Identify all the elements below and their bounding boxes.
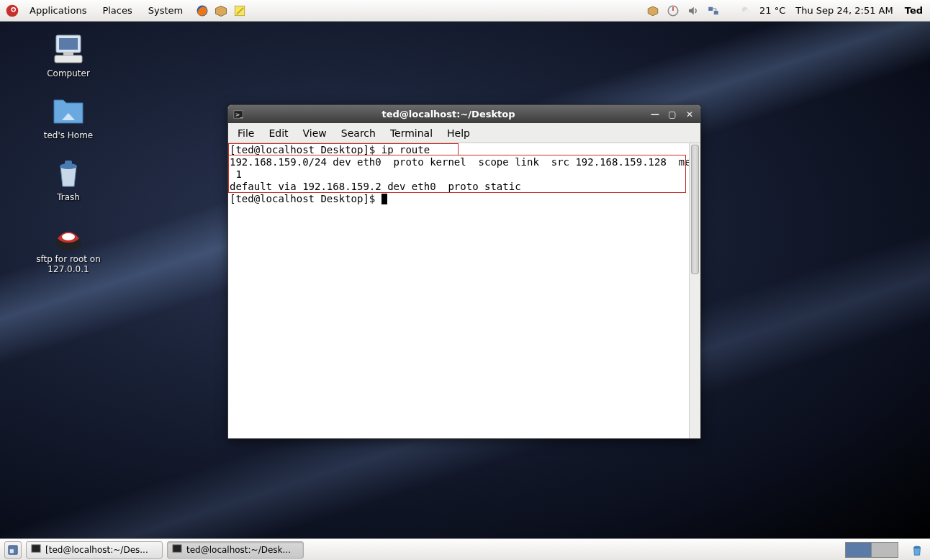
svg-point-2	[12, 8, 15, 11]
update-tray-icon[interactable]	[646, 4, 660, 18]
menu-view[interactable]: View	[297, 125, 333, 141]
svg-rect-21	[10, 549, 14, 553]
user-menu[interactable]: Ted	[905, 5, 923, 16]
terminal-output[interactable]: [ted@localhost Desktop]$ ip route 192.16…	[228, 143, 689, 438]
svg-text:>_: >_	[235, 111, 243, 117]
window-title: ted@localhost:~/Desktop	[248, 109, 649, 119]
menu-help[interactable]: Help	[441, 125, 477, 141]
terminal-task-icon	[31, 543, 41, 556]
menu-system[interactable]: System	[142, 3, 189, 18]
menubar: File Edit View Search Terminal Help	[228, 123, 700, 143]
svg-rect-22	[32, 545, 40, 553]
output-line: 1	[230, 168, 248, 180]
weather-text[interactable]: 21 °C	[759, 5, 785, 16]
top-panel: Applications Places System 21 °C Thu S	[0, 0, 930, 22]
volume-tray-icon[interactable]	[686, 4, 700, 18]
svg-point-9	[744, 9, 751, 14]
notes-launcher-icon[interactable]	[232, 4, 247, 18]
taskbar-item-label: [ted@localhost:~/Des...	[45, 545, 148, 555]
menu-file[interactable]: File	[231, 125, 261, 141]
desktop-icon-home[interactable]: ted's Home	[14, 94, 122, 140]
sftp-icon	[50, 218, 86, 251]
scrollbar-thumb[interactable]	[691, 145, 699, 274]
taskbar-item-1[interactable]: [ted@localhost:~/Des...	[26, 541, 163, 559]
svg-rect-13	[55, 55, 82, 63]
desktop-icon-label: ted's Home	[44, 130, 94, 140]
terminal-window: >_ ted@localhost:~/Desktop — ▢ ✕ File Ed…	[227, 104, 701, 439]
desktop-icon-sftp[interactable]: sftp for root on 127.0.0.1	[14, 218, 122, 274]
menu-terminal[interactable]: Terminal	[384, 125, 439, 141]
svg-rect-6	[708, 6, 713, 10]
desktop-icon-label: sftp for root on 127.0.0.1	[14, 254, 122, 274]
bottom-panel: [ted@localhost:~/Des... ted@localhost:~/…	[0, 538, 930, 560]
desktop-icon-computer[interactable]: Computer	[14, 32, 122, 78]
menu-applications[interactable]: Applications	[23, 3, 93, 18]
show-desktop-button[interactable]	[4, 541, 22, 559]
prompt: [ted@localhost Desktop]$	[230, 144, 382, 155]
firefox-launcher-icon[interactable]	[195, 4, 209, 18]
trash-applet[interactable]	[908, 541, 926, 559]
taskbar-item-label: ted@localhost:~/Desk...	[186, 545, 291, 555]
package-launcher-icon[interactable]	[214, 4, 228, 18]
trash-icon	[50, 156, 86, 189]
menu-places[interactable]: Places	[96, 3, 138, 18]
network-tray-icon[interactable]	[706, 4, 721, 18]
prompt: [ted@localhost Desktop]$	[230, 193, 382, 204]
svg-rect-7	[714, 11, 718, 14]
menu-edit[interactable]: Edit	[262, 125, 294, 141]
distro-icon[interactable]	[4, 3, 20, 19]
desktop-icons-container: Computer ted's Home Trash sftp for root …	[14, 32, 122, 274]
desktop-icon-trash[interactable]: Trash	[14, 156, 122, 202]
svg-point-24	[914, 546, 921, 548]
workspace-1[interactable]	[846, 543, 872, 557]
titlebar[interactable]: >_ ted@localhost:~/Desktop — ▢ ✕	[228, 105, 700, 123]
terminal-task-icon	[172, 543, 182, 556]
close-button[interactable]: ✕	[683, 109, 696, 120]
computer-icon	[50, 32, 86, 66]
workspace-2[interactable]	[872, 543, 898, 557]
desktop[interactable]: Computer ted's Home Trash sftp for root …	[0, 22, 930, 538]
home-folder-icon	[50, 94, 86, 127]
output-line: default via 192.168.159.2 dev eth0 proto…	[230, 181, 527, 192]
desktop-icon-label: Computer	[47, 68, 90, 78]
svg-rect-11	[59, 38, 78, 50]
output-line: 192.168.159.0/24 dev eth0 proto kernel s…	[230, 156, 689, 168]
minimize-button[interactable]: —	[649, 109, 662, 120]
terminal-scrollbar[interactable]	[689, 143, 700, 438]
maximize-button[interactable]: ▢	[666, 109, 679, 120]
menu-search[interactable]: Search	[335, 125, 382, 141]
svg-point-17	[62, 233, 75, 240]
svg-rect-15	[65, 161, 72, 165]
terminal-window-icon: >_	[232, 109, 244, 120]
cpu-tray-icon[interactable]	[666, 4, 680, 18]
workspace-switcher[interactable]	[845, 542, 898, 558]
cursor	[382, 194, 387, 204]
weather-tray-icon[interactable]	[739, 4, 754, 18]
terminal-body: [ted@localhost Desktop]$ ip route 192.16…	[228, 143, 700, 438]
desktop-icon-label: Trash	[57, 192, 80, 202]
svg-rect-23	[173, 545, 181, 553]
command-text: ip route	[382, 144, 430, 155]
clock[interactable]: Thu Sep 24, 2:51 AM	[795, 5, 893, 16]
svg-rect-12	[63, 53, 73, 55]
taskbar-item-2[interactable]: ted@localhost:~/Desk...	[167, 541, 304, 559]
